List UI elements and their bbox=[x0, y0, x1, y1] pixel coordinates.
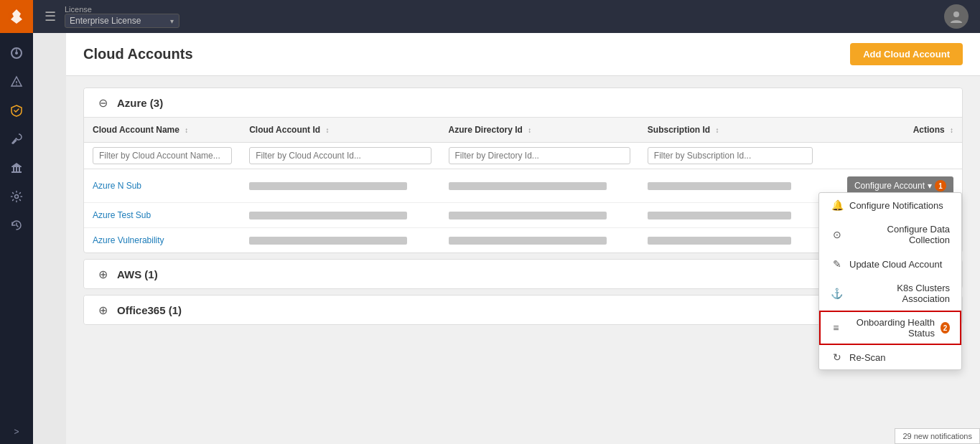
azure-section-title: Azure (3) bbox=[117, 97, 163, 109]
aws-section-title: AWS (1) bbox=[117, 268, 158, 280]
azure-table: Cloud Account Name ↕ Cloud Account Id ↕ … bbox=[84, 118, 962, 252]
main-content: Cloud Accounts Add Cloud Account ⊖ Azure… bbox=[66, 33, 980, 444]
aws-expand-icon: ⊕ bbox=[95, 267, 110, 281]
license-label: License bbox=[65, 5, 179, 14]
col-subscription-id[interactable]: Subscription Id ↕ bbox=[639, 118, 822, 143]
sidebar-item-dashboard[interactable] bbox=[0, 39, 33, 67]
license-section: License Enterprise License ▾ bbox=[65, 5, 179, 28]
filter-account-id[interactable] bbox=[249, 147, 431, 164]
bell-icon: 🔔 bbox=[831, 199, 844, 211]
sort-actions-icon: ↕ bbox=[950, 126, 953, 134]
clock-icon: ⊙ bbox=[831, 229, 843, 240]
select-chevron-icon: ▾ bbox=[170, 17, 174, 25]
col-actions: Actions ↕ bbox=[821, 118, 962, 143]
dropdown-item-onboarding[interactable]: ≡ Onboarding Health Status 2 bbox=[819, 311, 961, 345]
azure-test-sub-link[interactable]: Azure Test Sub bbox=[93, 210, 151, 220]
azure-n-sub-link[interactable]: Azure N Sub bbox=[93, 181, 141, 191]
license-select[interactable]: Enterprise License bbox=[70, 16, 170, 26]
dropdown-item-notifications[interactable]: 🔔 Configure Notifications bbox=[819, 193, 961, 217]
sort-sub-icon: ↕ bbox=[716, 126, 719, 134]
dropdown-item-rescan[interactable]: ↻ Re-Scan bbox=[819, 345, 961, 369]
sort-dir-icon: ↕ bbox=[528, 126, 531, 134]
dropdown-item-update-account[interactable]: ✎ Update Cloud Account bbox=[819, 252, 961, 276]
sidebar-item-security[interactable] bbox=[0, 96, 33, 125]
row1-id bbox=[241, 169, 439, 203]
svg-rect-6 bbox=[11, 166, 22, 167]
app-logo[interactable] bbox=[0, 0, 33, 33]
notifications-label: 29 new notifications bbox=[902, 432, 972, 440]
row1-name: Azure N Sub bbox=[84, 169, 241, 203]
dropdown-item-k8s[interactable]: ⚓ K8s Clusters Association bbox=[819, 276, 961, 311]
row1-dir bbox=[440, 169, 639, 203]
topbar: ☰ License Enterprise License ▾ bbox=[33, 0, 980, 33]
row1-actions: Configure Account ▾ 1 🔔 Configure Notifi… bbox=[821, 169, 962, 203]
refresh-icon: ↻ bbox=[831, 351, 844, 363]
sidebar-item-settings[interactable] bbox=[0, 182, 33, 211]
row1-id-blur bbox=[249, 182, 407, 190]
azure-collapse-icon: ⊖ bbox=[95, 95, 110, 110]
svg-point-4 bbox=[16, 84, 17, 85]
row3-sub-blur bbox=[648, 237, 791, 245]
row2-dir-blur bbox=[449, 212, 607, 219]
col-directory-id[interactable]: Azure Directory Id ↕ bbox=[440, 118, 639, 143]
row2-name: Azure Test Sub bbox=[84, 203, 241, 228]
svg-point-10 bbox=[15, 195, 19, 199]
azure-vulnerability-link[interactable]: Azure Vulnerability bbox=[93, 235, 164, 245]
onboarding-badge: 2 bbox=[941, 322, 950, 334]
azure-table-wrap: Cloud Account Name ↕ Cloud Account Id ↕ … bbox=[84, 117, 962, 252]
sidebar-item-history[interactable] bbox=[0, 211, 33, 240]
row3-name: Azure Vulnerability bbox=[84, 228, 241, 253]
filter-directory-id[interactable] bbox=[449, 147, 630, 164]
edit-icon: ✎ bbox=[831, 258, 844, 270]
sidebar-expand-button[interactable]: > bbox=[0, 420, 33, 444]
svg-rect-7 bbox=[13, 167, 14, 171]
row3-dir-blur bbox=[449, 237, 607, 245]
row1-sub bbox=[639, 169, 822, 203]
row1-sub-blur bbox=[648, 182, 791, 190]
filter-row bbox=[84, 143, 962, 169]
configure-dropdown: 🔔 Configure Notifications ⊙ Configure Da… bbox=[818, 192, 962, 370]
table-row: Azure N Sub bbox=[84, 169, 962, 203]
office365-expand-icon: ⊕ bbox=[95, 303, 110, 317]
svg-rect-9 bbox=[19, 167, 20, 171]
col-account-name[interactable]: Cloud Account Name ↕ bbox=[84, 118, 241, 143]
row2-sub-blur bbox=[648, 212, 791, 219]
azure-section-header[interactable]: ⊖ Azure (3) bbox=[84, 88, 962, 117]
sidebar-item-tools[interactable] bbox=[0, 125, 33, 153]
page-header: Cloud Accounts Add Cloud Account bbox=[66, 33, 980, 76]
sort-name-icon: ↕ bbox=[185, 126, 188, 134]
filter-account-name[interactable] bbox=[93, 147, 232, 164]
add-cloud-account-button[interactable]: Add Cloud Account bbox=[850, 43, 963, 65]
anchor-icon: ⚓ bbox=[831, 288, 844, 299]
office365-section-title: Office365 (1) bbox=[117, 304, 182, 316]
row1-dir-blur bbox=[449, 182, 607, 190]
dropdown-item-data-collection[interactable]: ⊙ Configure Data Collection bbox=[819, 217, 961, 252]
content-area: ⊖ Azure (3) Cloud Account Name ↕ Cloud A… bbox=[66, 76, 980, 342]
svg-point-11 bbox=[953, 11, 959, 17]
row3-id-blur bbox=[249, 237, 407, 245]
menu-icon[interactable]: ☰ bbox=[45, 9, 56, 24]
col-account-id[interactable]: Cloud Account Id ↕ bbox=[241, 118, 439, 143]
page-title: Cloud Accounts bbox=[83, 46, 193, 62]
azure-section: ⊖ Azure (3) Cloud Account Name ↕ Cloud A… bbox=[83, 88, 963, 253]
sidebar-item-alerts[interactable] bbox=[0, 67, 33, 96]
list-icon: ≡ bbox=[831, 322, 841, 334]
sort-id-icon: ↕ bbox=[325, 126, 329, 134]
notifications-bar[interactable]: 29 new notifications bbox=[895, 428, 980, 444]
avatar[interactable] bbox=[944, 4, 969, 29]
license-select-wrap[interactable]: Enterprise License ▾ bbox=[65, 14, 179, 28]
configure-badge: 1 bbox=[935, 180, 946, 192]
row2-id-blur bbox=[249, 212, 407, 219]
sidebar: > bbox=[0, 0, 33, 444]
svg-rect-8 bbox=[16, 167, 17, 171]
filter-subscription-id[interactable] bbox=[648, 147, 813, 164]
svg-rect-5 bbox=[11, 171, 22, 173]
sidebar-item-bank[interactable] bbox=[0, 153, 33, 182]
